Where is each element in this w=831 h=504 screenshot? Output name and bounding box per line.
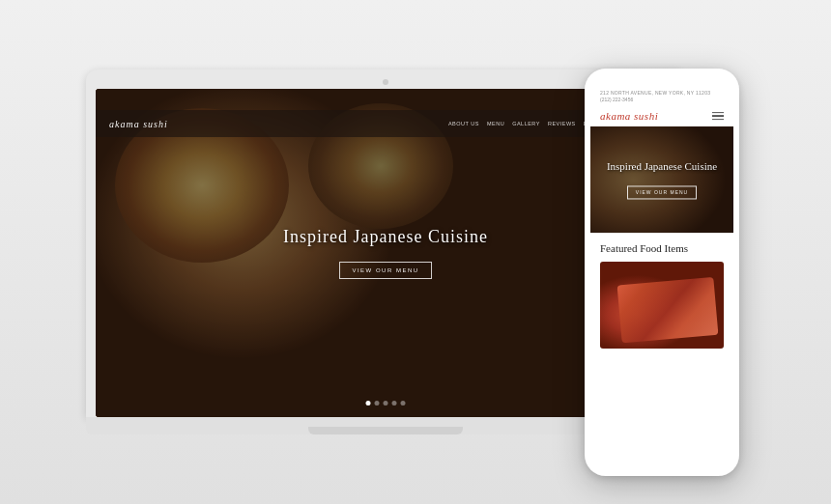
phone-body: 212 NORTH AVENUE, NEW YORK, NY 11203 (21… — [585, 69, 739, 476]
laptop-dot-5[interactable] — [401, 401, 406, 406]
nav-reviews[interactable]: REVIEWS — [548, 121, 576, 126]
laptop-carousel-dots — [366, 401, 406, 406]
laptop-logo: akama sushi — [109, 119, 168, 129]
nav-gallery[interactable]: GALLERY — [512, 121, 540, 126]
phone-nav: akama sushi — [590, 106, 733, 126]
phone-address: 212 NORTH AVENUE, NEW YORK, NY 11203 — [600, 90, 724, 96]
laptop-hero-content: Inspired Japanese Cuisine VIEW OUR MENU — [283, 227, 488, 279]
laptop-hero-title: Inspired Japanese Cuisine — [283, 227, 488, 247]
phone-featured-section: Featured Food Items — [590, 233, 733, 354]
hamburger-menu-icon[interactable] — [712, 112, 724, 121]
phone-logo: akama sushi — [600, 110, 658, 122]
nav-menu[interactable]: MENU — [487, 121, 504, 126]
laptop-camera — [383, 79, 388, 85]
laptop-dot-3[interactable] — [384, 401, 388, 406]
phone-featured-title: Featured Food Items — [600, 242, 724, 254]
phone-hero-title: Inspired Japanese Cuisine — [600, 159, 724, 173]
hamburger-line-1 — [712, 112, 724, 114]
phone-hero-section: Inspired Japanese Cuisine VIEW OUR MENU — [590, 126, 733, 233]
laptop-dot-2[interactable] — [375, 401, 380, 406]
laptop-dot-4[interactable] — [392, 401, 397, 406]
laptop-view-menu-button[interactable]: VIEW OUR MENU — [339, 262, 431, 279]
scene: 212 NORTH AVENUE, NEW YORK, NY 11203 (21… — [0, 0, 831, 504]
hamburger-line-3 — [712, 119, 724, 121]
phone-number: (212) 222-3456 — [600, 97, 724, 102]
phone-food-image — [600, 262, 724, 349]
phone-notch — [643, 82, 681, 90]
phone-hero-content: Inspired Japanese Cuisine VIEW OUR MENU — [590, 159, 733, 199]
phone-view-menu-button[interactable]: VIEW OUR MENU — [627, 186, 697, 200]
phone-screen: 212 NORTH AVENUE, NEW YORK, NY 11203 (21… — [590, 82, 733, 459]
laptop-dot-1[interactable] — [366, 401, 371, 406]
nav-about[interactable]: ABOUT US — [448, 121, 479, 126]
hamburger-line-2 — [712, 115, 724, 117]
phone-device: 212 NORTH AVENUE, NEW YORK, NY 11203 (21… — [585, 69, 739, 476]
